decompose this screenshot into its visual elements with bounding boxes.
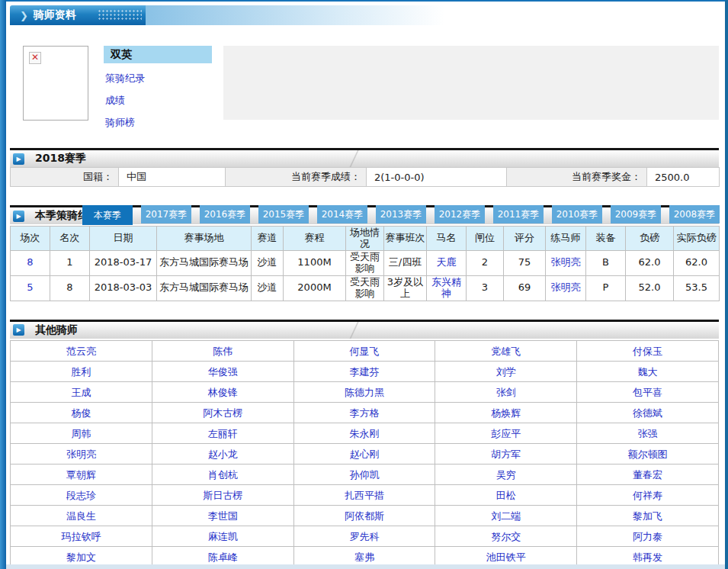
jockey-link[interactable]: 黎加文 bbox=[66, 551, 96, 563]
horse-link[interactable]: 天鹿 bbox=[437, 256, 457, 268]
season-section-header: ▶ 2018赛季 bbox=[10, 148, 719, 167]
jockey-link[interactable]: 阿依都斯 bbox=[345, 510, 384, 522]
jockey-link[interactable]: 付保玉 bbox=[633, 346, 662, 357]
jockey-link[interactable]: 周韩 bbox=[71, 428, 91, 439]
jockey-link[interactable]: 徐德斌 bbox=[633, 407, 662, 419]
jockey-link[interactable]: 华俊强 bbox=[208, 366, 238, 378]
jockey-name-cell: 罗先科 bbox=[293, 526, 435, 546]
tab-season-10[interactable]: 2008赛季 bbox=[669, 205, 720, 223]
jockey-link[interactable]: 李方格 bbox=[349, 407, 379, 419]
jockey-link[interactable]: 玛拉钦呼 bbox=[61, 531, 101, 542]
jockey-link[interactable]: 李建芬 bbox=[349, 366, 379, 378]
jockey-name: 双英 bbox=[104, 46, 212, 63]
jockey-name-cell: 张强 bbox=[577, 423, 719, 443]
jockey-link[interactable]: 陈卓峰 bbox=[208, 551, 238, 563]
jockey-link[interactable]: 麻连凯 bbox=[208, 531, 238, 542]
link-riding-record[interactable]: 策骑纪录 bbox=[104, 72, 212, 85]
column-header: 实际负磅 bbox=[674, 227, 720, 251]
jockey-link[interactable]: 池田铁平 bbox=[486, 551, 526, 563]
jockey-name-cell: 陈伟 bbox=[152, 340, 293, 361]
jockey-link[interactable]: 韩再发 bbox=[633, 551, 662, 563]
jockey-link[interactable]: 林俊锋 bbox=[208, 387, 238, 398]
race-number-link[interactable]: 5 bbox=[27, 281, 33, 293]
tab-season-1[interactable]: 2017赛季 bbox=[141, 205, 191, 223]
jockey-link[interactable]: 胡方军 bbox=[491, 448, 521, 460]
jockey-link[interactable]: 肖创杭 bbox=[208, 469, 238, 481]
tab-season-3[interactable]: 2015赛季 bbox=[258, 205, 309, 223]
nationality-label: 国籍： bbox=[11, 168, 119, 187]
jockey-link[interactable]: 董春宏 bbox=[633, 469, 662, 481]
link-jockey-rank[interactable]: 骑师榜 bbox=[104, 116, 212, 130]
jockey-link[interactable]: 张强 bbox=[638, 428, 658, 439]
record-cell: 受天雨影响 bbox=[346, 275, 384, 301]
jockey-photo-placeholder: ✕ bbox=[23, 46, 88, 121]
jockey-name-cell: 胡方军 bbox=[435, 443, 577, 464]
jockey-link[interactable]: 杨焕辉 bbox=[491, 407, 521, 419]
tab-season-2[interactable]: 2016赛季 bbox=[200, 205, 250, 223]
record-cell: 62.0 bbox=[626, 251, 674, 276]
tab-season-0[interactable]: 本赛季 bbox=[82, 205, 133, 225]
jockey-link[interactable]: 赵心刚 bbox=[349, 448, 379, 460]
jockey-link[interactable]: 左丽轩 bbox=[208, 428, 238, 439]
tab-season-4[interactable]: 2014赛季 bbox=[317, 205, 367, 223]
arrow-right-icon: ▶ bbox=[13, 211, 24, 222]
jockey-link[interactable]: 田松 bbox=[496, 490, 516, 501]
trainer-link[interactable]: 张明亮 bbox=[551, 281, 581, 293]
column-header: 赛道 bbox=[252, 227, 284, 251]
jockey-link[interactable]: 塞弗 bbox=[354, 551, 374, 563]
jockey-link[interactable]: 刘二端 bbox=[491, 510, 521, 522]
tab-season-5[interactable]: 2013赛季 bbox=[376, 205, 426, 223]
jockey-link[interactable]: 包平喜 bbox=[633, 387, 662, 398]
horse-link[interactable]: 东兴精神 bbox=[431, 276, 461, 299]
profile-empty-panel bbox=[223, 46, 719, 120]
jockey-link[interactable]: 刘学 bbox=[496, 366, 516, 378]
tab-season-8[interactable]: 2010赛季 bbox=[552, 205, 602, 223]
trainer-link[interactable]: 张明亮 bbox=[551, 256, 581, 268]
jockey-link[interactable]: 张明亮 bbox=[66, 448, 96, 460]
jockey-link[interactable]: 覃朝辉 bbox=[66, 469, 96, 481]
records-section-title: 本季策骑纪 bbox=[35, 209, 88, 223]
jockey-name-cell: 杨俊 bbox=[11, 402, 152, 423]
jockey-link[interactable]: 孙仰凯 bbox=[349, 469, 379, 481]
jockey-link[interactable]: 陈德力黑 bbox=[345, 387, 384, 398]
jockey-link[interactable]: 赵小龙 bbox=[208, 448, 238, 460]
jockey-link[interactable]: 党雄飞 bbox=[491, 346, 521, 357]
jockey-link[interactable]: 魏大 bbox=[638, 366, 658, 378]
jockey-link[interactable]: 何显飞 bbox=[349, 346, 379, 357]
tab-season-6[interactable]: 2012赛季 bbox=[435, 205, 485, 223]
race-number-link[interactable]: 8 bbox=[27, 256, 33, 268]
jockey-name-cell: 张明亮 bbox=[11, 443, 152, 464]
link-results[interactable]: 成绩 bbox=[104, 94, 212, 108]
jockey-link[interactable]: 阿力泰 bbox=[633, 531, 662, 542]
record-cell: 东方马城国际赛马场 bbox=[157, 251, 252, 276]
jockey-link[interactable]: 王成 bbox=[71, 387, 91, 398]
jockey-link[interactable]: 陈伟 bbox=[213, 346, 233, 357]
jockey-link[interactable]: 斯日古楞 bbox=[203, 490, 242, 501]
jockey-link[interactable]: 李世国 bbox=[208, 510, 238, 522]
jockey-link[interactable]: 温良生 bbox=[66, 510, 96, 522]
jockey-name-cell: 阿木古楞 bbox=[152, 402, 293, 423]
jockey-link[interactable]: 吴穷 bbox=[496, 469, 516, 481]
jockey-link[interactable]: 段志珍 bbox=[66, 490, 96, 501]
jockey-link[interactable]: 胜利 bbox=[71, 366, 91, 378]
column-header: 赛事场地 bbox=[157, 227, 252, 251]
jockey-link[interactable]: 黎加飞 bbox=[633, 510, 662, 522]
jockey-link[interactable]: 杨俊 bbox=[71, 407, 91, 419]
jockey-link[interactable]: 彭应平 bbox=[491, 428, 521, 439]
jockey-link[interactable]: 朱永刚 bbox=[349, 428, 379, 439]
column-header: 闸位 bbox=[467, 227, 504, 251]
jockey-link[interactable]: 扎西平措 bbox=[345, 490, 384, 501]
column-header: 场次 bbox=[11, 227, 50, 251]
jockey-link[interactable]: 努尔交 bbox=[491, 531, 521, 542]
jockey-link[interactable]: 张剑 bbox=[496, 387, 516, 398]
tab-season-7[interactable]: 2011赛季 bbox=[493, 205, 544, 223]
jockey-link[interactable]: 阿木古楞 bbox=[203, 407, 242, 419]
jockey-link[interactable]: 范云亮 bbox=[66, 346, 96, 357]
jockey-link[interactable]: 额尔顿图 bbox=[628, 448, 668, 460]
jockey-link[interactable]: 罗先科 bbox=[349, 531, 379, 542]
jockey-name-cell: 彭应平 bbox=[435, 423, 577, 443]
tab-season-9[interactable]: 2009赛季 bbox=[611, 205, 661, 223]
record-cell: 1100M bbox=[284, 251, 346, 276]
jockey-link[interactable]: 何祥寿 bbox=[633, 490, 662, 501]
record-cell: 天鹿 bbox=[427, 251, 467, 276]
